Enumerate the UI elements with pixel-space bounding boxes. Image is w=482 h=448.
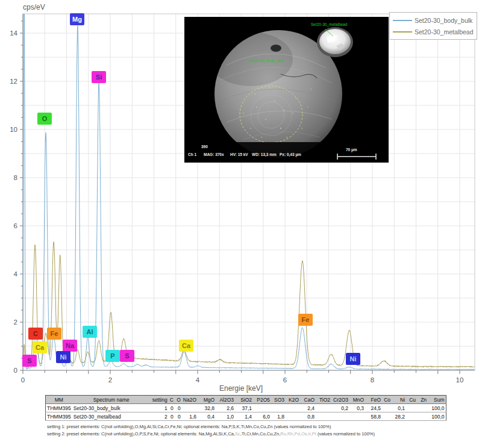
table-cell [182,404,198,412]
col-header-Cr2O3: Cr2O3 [331,396,349,404]
table-cell [286,412,300,421]
sem-info-number: 390 [201,145,208,149]
element-label-Ca: Ca [179,340,193,352]
legend-label-metalbead: Set20-30_metalbead [415,28,474,36]
table-cell: 0,8 [300,412,316,421]
legend-item-body-bulk: Set20-30_body_bulk [393,14,474,26]
table-cell: 0,1 [392,404,406,412]
element-label-S: S [22,355,37,367]
x-axis-title: Energie [keV] [0,384,482,393]
svg-text:12: 12 [10,78,17,85]
col-header-SO3: SO3 [271,396,286,404]
svg-text:4: 4 [196,376,200,384]
svg-text:6: 6 [283,376,287,384]
col-header-Cu: Cu [406,396,417,404]
legend-line-metalbead [393,31,412,33]
chart-legend: Set20-30_body_bulk Set20-30_metalbead [389,12,477,40]
svg-text:0: 0 [14,367,17,374]
sem-info-px: Px: 0,43 µm [280,152,301,157]
table-cell: 6,0 [253,412,271,421]
table-cell: 58,8 [365,412,382,421]
svg-text:6: 6 [14,222,17,229]
table-cell: 32,8 [198,404,216,412]
table-cell [286,404,300,412]
col-header-C: C [169,396,175,404]
y-axis-title: cps/eV [23,3,45,11]
element-label-S: S [120,350,134,362]
table-cell [417,412,428,421]
element-label-Fe: Fe [298,314,313,326]
table-cell: 28,2 [392,412,406,421]
col-header-Spectrum-name: Spectrum name [72,396,151,404]
table-cell: THMM395 [46,404,72,412]
table-cell [382,404,392,412]
table-cell: 2,4 [300,404,316,412]
table-cell [417,404,428,412]
eds-spectrum-report: 024681002468101214 cps/eV Energie [keV] … [0,0,482,448]
table-cell [406,404,417,412]
svg-text:10: 10 [456,376,464,384]
series-Set20-30_metalbead [23,242,474,368]
col-header-Na2O: Na2O [182,396,198,404]
svg-text:2: 2 [108,376,112,384]
table-cell: 0,2 [331,404,349,412]
element-label-Ni: Ni [56,351,70,363]
table-cell [382,412,392,421]
table-cell: 2 [151,412,169,421]
table-cell: 0 [169,412,175,421]
svg-text:14: 14 [10,30,17,37]
sem-inset-image: Set20-30_metalbead Set20-30_body_bulk 39… [184,17,389,163]
col-header-Sum: Sum [428,396,446,404]
svg-text:0: 0 [21,376,25,384]
element-label-Na: Na [63,340,77,352]
col-header-CaO: CaO [300,396,316,404]
table-row: THMM395Set20-30_metalbead2001,60,41,01,4… [46,412,446,421]
svg-text:10: 10 [10,126,17,133]
sem-info-wd: WD: 13,3 mm [252,152,277,157]
col-header-MM: MM [46,396,72,404]
col-header-MnO: MnO [349,396,365,404]
col-header-Al2O3: Al2O3 [216,396,235,404]
element-label-O: O [37,113,52,125]
col-header-Ni: Ni [392,396,406,404]
sem-info-channel: Ch 1 [188,152,196,157]
table-cell: 0,4 [198,412,216,421]
element-label-Fe: Fe [47,328,61,340]
svg-text:8: 8 [371,376,374,384]
table-cell: Set20-30_body_bulk [72,404,151,412]
sem-scale-label: 70 µm [346,148,357,152]
sem-info-hv: HV: 15 kV [230,152,248,157]
element-label-Mg: Mg [70,13,84,25]
sem-info-mag: MAG: 370x [204,152,224,157]
col-header-Zn: Zn [417,396,428,404]
col-header-Co: Co [382,396,392,404]
table-cell [406,412,417,421]
element-label-Ca: Ca [33,341,47,353]
results-table: MMSpectrum namesettingCONa2OMgOAl2O3SiO2… [45,395,446,421]
element-label-P: P [105,350,120,362]
table-cell: 24,5 [365,404,382,412]
table-cell: 1,8 [271,412,286,421]
footnote-setting-2: setting 2: preset elements: C(not unfold… [47,431,375,438]
col-header-O: O [175,396,182,404]
col-header-P2O5: P2O5 [253,396,271,404]
footnote-setting-1: setting 1: preset elements: C(not unfold… [47,423,375,431]
element-label-C: C [28,328,43,340]
col-header-MgO: MgO [198,396,216,404]
table-cell [316,412,331,421]
table-cell: 1,0 [216,412,235,421]
element-label-Ni: Ni [346,353,360,365]
svg-text:4: 4 [14,270,18,278]
table-cell: 0,3 [349,404,365,412]
table-cell: 0 [175,404,182,412]
legend-line-body-bulk [393,20,412,21]
legend-item-metalbead: Set20-30_metalbead [393,26,474,37]
legend-label-body-bulk: Set20-30_body_bulk [415,17,472,24]
table-cell [331,412,349,421]
footnotes: setting 1: preset elements: C(not unfold… [47,423,375,438]
table-cell: 1 [151,404,169,412]
table-cell: 0 [175,412,182,421]
table-cell [253,404,271,412]
table-cell: Set20-30_metalbead [72,412,151,421]
sem-annotation-metalbead: Set20-30_metalbead [311,22,347,26]
